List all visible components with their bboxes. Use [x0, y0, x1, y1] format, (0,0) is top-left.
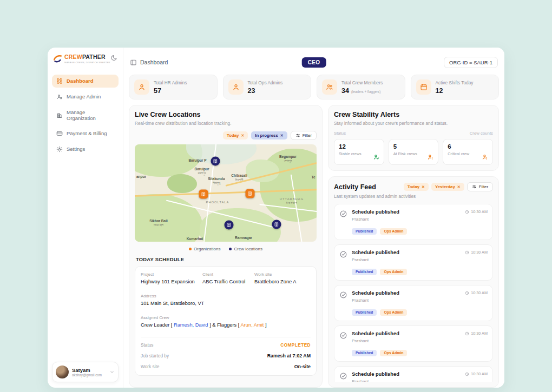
activity-item[interactable]: Schedule publishedPrashantPublishedOps A… — [334, 204, 493, 240]
place-name: PHOOLTALA — [206, 201, 229, 204]
sidebar-item-manage-admin[interactable]: Manage Admin — [52, 90, 119, 103]
user-info: Satyam akshay@gmail.com — [72, 367, 102, 377]
sidebar-nav: DashboardManage AdminManage Organization… — [52, 75, 119, 156]
stability-counts-label: Crew counts — [470, 131, 493, 136]
job-started-row: Job started by Ramesh at 7:02 AM — [141, 350, 311, 361]
calendar-icon — [420, 83, 428, 91]
activity-item[interactable]: Schedule publishedPrashantPublishedOps A… — [334, 325, 493, 362]
user-email: akshay@gmail.com — [72, 373, 102, 377]
user-profile[interactable]: Satyam akshay@gmail.com — [52, 362, 119, 382]
map-marker-crew[interactable] — [272, 220, 281, 229]
chip-remove-icon[interactable]: ✕ — [457, 185, 461, 189]
chevron-down-icon[interactable] — [109, 369, 115, 375]
topbar: Dashboard CEO ORG-ID = SAUR-1 — [128, 52, 500, 72]
job-started-label: Job started by — [141, 353, 169, 358]
chip-remove-icon[interactable]: ✕ — [422, 185, 425, 189]
filter-chip-today[interactable]: Today✕ — [404, 183, 429, 191]
legend-item-crew-locations: Crew locations — [229, 247, 262, 251]
map-marker-organization[interactable] — [246, 189, 255, 198]
stat-value: 12 — [436, 87, 474, 95]
stat-icon-box — [134, 79, 149, 95]
stability-box-at-risk-crews: 5At Risk crews — [389, 139, 439, 165]
sidebar-item-label: Payment & Billing — [67, 130, 107, 136]
chip-remove-icon[interactable]: ✕ — [241, 134, 244, 138]
right-column: Crew Stability Alerts Stay informed abou… — [328, 105, 499, 388]
map-marker-crew[interactable] — [211, 157, 220, 166]
activity-item-title: Schedule published — [352, 209, 410, 215]
activity-item-body: Schedule publishedPrashantPublishedOps A… — [352, 331, 410, 356]
time-text: 10:30 AM — [471, 371, 488, 376]
activity-item-title: Schedule published — [352, 331, 410, 336]
building-icon — [201, 192, 206, 197]
stability-count: 12 — [339, 143, 379, 150]
filter-chip-in-progress[interactable]: In progress✕ — [251, 131, 287, 139]
stat-icon-box — [322, 79, 337, 95]
map-place-label: Sitakunduসীতাকুণ্ডু — [208, 177, 225, 185]
breadcrumb[interactable]: Dashboard — [130, 59, 168, 66]
place-subname: চিত্রশালী — [231, 178, 247, 182]
sidebar-item-dashboard[interactable]: Dashboard — [52, 75, 119, 88]
activity-item-author: Prashant — [352, 257, 410, 262]
grid-icon — [56, 78, 63, 84]
time-text: 10:30 AM — [471, 209, 488, 214]
chip-remove-icon[interactable]: ✕ — [280, 134, 284, 138]
activity-item-badges: PublishedOps Admin — [352, 225, 410, 235]
map-marker-crew[interactable] — [225, 221, 234, 230]
worksite-status-value: On-site — [294, 364, 311, 369]
map-marker-organization[interactable] — [199, 190, 208, 199]
place-name: UTTARBHAG — [280, 197, 304, 201]
sliders-icon — [295, 133, 300, 138]
place-name: Sitakundu — [208, 177, 225, 181]
gear-icon — [56, 146, 63, 152]
live-crew-subtitle: Real-time crew distribution and location… — [135, 121, 317, 126]
clock-icon — [465, 250, 469, 255]
project-label: Project — [141, 272, 199, 277]
job-started-value: Ramesh at 7:02 AM — [267, 353, 311, 358]
sidebar-item-settings[interactable]: Settings — [52, 143, 119, 156]
worksite-value: Brattleboro Zone A — [254, 279, 311, 284]
main-content: Dashboard CEO ORG-ID = SAUR-1 Total HR A… — [123, 48, 504, 388]
logo-icon — [53, 54, 62, 63]
clock-icon — [465, 331, 469, 336]
activity-card: Activity Feed Today✕Yesterday✕ Filter La… — [328, 176, 499, 388]
activity-item-body: Schedule publishedPrashantPublishedOps A… — [352, 209, 410, 235]
crew-map[interactable]: Baruipur PBegampurবেগমপুরBaruipurবারুইপু… — [135, 144, 317, 242]
stability-box-critical-crew: 6Critical crew — [443, 139, 493, 165]
activity-item[interactable]: Schedule publishedPrashantPublishedOps A… — [334, 244, 493, 281]
activity-item-author: Prashant — [352, 217, 410, 222]
dark-mode-toggle[interactable] — [110, 54, 117, 62]
activity-item-body: Schedule publishedPrashantPublishedOps A… — [352, 371, 410, 382]
legend-label: Organizations — [194, 247, 220, 251]
client-label: Client — [202, 272, 251, 277]
filter-label: Filter — [479, 184, 488, 189]
sidebar-item-payment-billing[interactable]: Payment & Billing — [52, 127, 119, 140]
stability-status-label: Status — [334, 131, 346, 136]
map-place-label: Begampurবেগমপুর — [279, 155, 297, 163]
activity-item-time: 10:30 AM — [465, 250, 488, 255]
live-crew-filter-button[interactable]: Filter — [291, 131, 317, 140]
map-place-label: Baruipurবারুইপুর — [194, 167, 209, 175]
badge-published: Published — [352, 309, 377, 316]
activity-item[interactable]: Schedule publishedPrashantPublishedOps A… — [334, 285, 493, 321]
place-name: Begampur — [279, 155, 297, 159]
stat-icon-box — [416, 79, 431, 95]
activity-subtitle: Last system updates and admin activities — [334, 194, 493, 199]
activity-filter-button[interactable]: Filter — [467, 182, 493, 191]
sidebar-item-manage-organization[interactable]: Manage Organization — [52, 106, 119, 124]
stat-text: Active Shifts Today12 — [436, 80, 474, 95]
stability-subtitle: Stay informed about your crew's performa… — [334, 121, 493, 126]
activity-item-title: Schedule published — [352, 250, 410, 255]
stability-count: 6 — [448, 143, 488, 150]
filter-chip-yesterday[interactable]: Yesterday✕ — [431, 183, 464, 191]
role-badge: CEO — [302, 57, 326, 68]
filter-chip-today[interactable]: Today✕ — [223, 131, 248, 139]
sidebar-item-label: Manage Organization — [67, 109, 114, 121]
legend-label: Crew locations — [234, 247, 262, 251]
time-text: 10:30 AM — [471, 331, 488, 336]
check-circle-icon — [339, 372, 347, 380]
schedule-row-crew: Assigned Crew Crew Leader [ Ramesh, Davi… — [141, 315, 311, 328]
badge-ops-admin: Ops Admin — [380, 269, 407, 275]
activity-item[interactable]: Schedule publishedPrashantPublishedOps A… — [334, 366, 493, 382]
org-id-badge: ORG-ID = SAUR-1 — [444, 57, 498, 68]
client-value: ABC Traffic Control — [202, 279, 251, 284]
